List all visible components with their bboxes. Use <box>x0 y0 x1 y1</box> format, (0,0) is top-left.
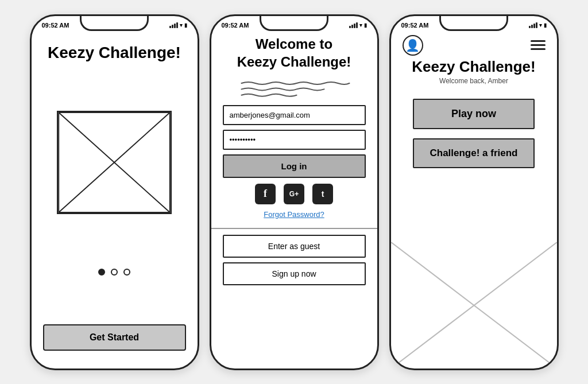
phones-container: 09:52 AM ▾ ▮ Keezy Challenge! <box>30 14 559 370</box>
hamburger-line-3 <box>531 48 546 50</box>
signal-bar-2-4 <box>356 22 358 28</box>
social-icons-container: f G+ t <box>255 184 333 204</box>
battery-icon-2: ▮ <box>364 22 367 28</box>
app-title-3: Keezy Challenge! <box>412 58 535 76</box>
signal-bar-1 <box>169 26 171 28</box>
signal-bar-2-3 <box>354 24 355 28</box>
dot-3[interactable] <box>123 269 130 276</box>
enter-as-guest-button[interactable]: Enter as guest <box>223 235 366 258</box>
dot-2[interactable] <box>111 269 118 276</box>
signal-bar-3-2 <box>531 25 533 28</box>
phone-notch-3 <box>439 16 508 31</box>
dots-container <box>98 269 130 276</box>
phone-1: 09:52 AM ▾ ▮ Keezy Challenge! <box>30 14 199 370</box>
scribble-placeholder <box>223 76 366 99</box>
status-time-3: 09:52 AM <box>401 22 429 29</box>
forgot-password-link[interactable]: Forgot Password? <box>264 210 324 219</box>
battery-icon-3: ▮ <box>544 22 547 28</box>
wifi-icon: ▾ <box>180 22 183 28</box>
signal-bars-2 <box>349 22 358 28</box>
dot-1[interactable] <box>98 269 105 276</box>
hamburger-menu-button[interactable] <box>531 40 546 50</box>
password-input[interactable] <box>223 130 366 150</box>
get-started-button[interactable]: Get Started <box>43 324 186 351</box>
hamburger-line-1 <box>531 40 546 42</box>
phone-3: 09:52 AM ▾ ▮ 👤 <box>389 14 559 370</box>
phone2-content: Welcome to Keezy Challenge! Log in f G+ <box>211 32 377 369</box>
facebook-icon[interactable]: f <box>255 184 276 204</box>
twitter-label: t <box>322 189 324 199</box>
signal-bar-2-2 <box>351 25 353 28</box>
phone1-content: Keezy Challenge! Get Started <box>32 32 198 369</box>
x-overlay <box>391 242 557 369</box>
phone3-header: 👤 <box>403 35 546 56</box>
avatar-user-icon: 👤 <box>405 38 420 52</box>
status-time-1: 09:52 AM <box>42 22 69 29</box>
app-title-1: Keezy Challenge! <box>48 44 181 62</box>
signal-bar-3-1 <box>529 26 531 28</box>
phone3-content: 👤 Keezy Challenge! Welcome back, Amber P… <box>391 32 557 369</box>
signal-bar-4 <box>176 22 178 28</box>
status-icons-3: ▾ ▮ <box>529 22 547 28</box>
phone-2: 09:52 AM ▾ ▮ Welcome to Keezy Challenge! <box>210 14 379 370</box>
status-icons-2: ▾ ▮ <box>349 22 367 28</box>
phone-notch <box>80 16 149 31</box>
signal-bars-3 <box>529 22 537 28</box>
svg-line-3 <box>391 242 557 369</box>
google-plus-label: G+ <box>289 190 299 198</box>
divider <box>211 228 377 229</box>
wifi-icon-3: ▾ <box>539 22 542 28</box>
phone-notch-2 <box>260 16 328 31</box>
twitter-icon[interactable]: t <box>312 184 333 204</box>
avatar-icon[interactable]: 👤 <box>403 35 423 56</box>
login-button[interactable]: Log in <box>223 154 366 178</box>
svg-line-4 <box>391 242 557 369</box>
status-time-2: 09:52 AM <box>222 22 249 29</box>
facebook-label: f <box>264 188 267 200</box>
challenge-friend-button[interactable]: Challenge! a friend <box>413 138 535 168</box>
wifi-icon-2: ▾ <box>359 22 362 28</box>
status-icons-1: ▾ ▮ <box>169 22 187 28</box>
signal-bar-3 <box>174 24 176 28</box>
battery-icon: ▮ <box>184 22 187 28</box>
welcome-back-text: Welcome back, Amber <box>439 77 508 85</box>
signal-bars <box>169 22 178 28</box>
play-now-button[interactable]: Play now <box>413 99 535 129</box>
welcome-title: Welcome to Keezy Challenge! <box>237 35 351 71</box>
hamburger-line-2 <box>531 44 546 46</box>
signal-bar-2-1 <box>349 26 351 28</box>
google-plus-icon[interactable]: G+ <box>284 184 304 204</box>
email-input[interactable] <box>223 105 366 125</box>
signal-bar-3-4 <box>536 22 537 28</box>
image-placeholder <box>57 111 172 214</box>
sign-up-button[interactable]: Sign up now <box>223 262 366 285</box>
signal-bar-2 <box>172 25 173 28</box>
signal-bar-3-3 <box>533 24 535 28</box>
